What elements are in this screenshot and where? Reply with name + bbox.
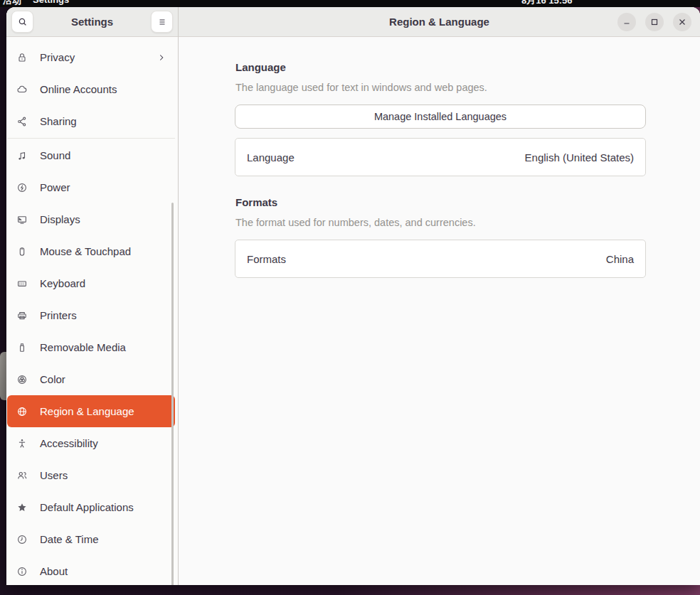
sidebar-separator (7, 138, 175, 139)
sidebar-item-label: Privacy (40, 51, 75, 63)
sidebar-item-label: Displays (40, 213, 80, 225)
chevron-right-icon (157, 53, 166, 63)
main-pane: Region & Language (179, 7, 700, 585)
search-icon (17, 16, 28, 28)
background-window-sliver (0, 352, 6, 400)
cloud-icon (16, 84, 28, 95)
sidebar-item-label: Mouse & Touchpad (40, 245, 131, 257)
mouse-icon (16, 246, 28, 257)
sidebar-item-label: Default Applications (40, 501, 134, 513)
window-controls (617, 7, 691, 37)
formats-section-title: Formats (235, 196, 646, 208)
minimize-icon (621, 16, 632, 28)
sidebar-item-region-language[interactable]: Region & Language (7, 395, 175, 427)
music-note-icon (16, 150, 28, 161)
sidebar-item-label: Printers (40, 309, 77, 321)
sidebar-title: Settings (33, 16, 151, 28)
sidebar-item-label: Users (40, 469, 68, 481)
color-wheel-icon (16, 374, 28, 385)
formats-section-description: The format used for numbers, dates, and … (235, 217, 646, 228)
sidebar-item-label: About (40, 565, 68, 577)
main-headerbar: Region & Language (179, 7, 700, 37)
sidebar-item-label: Sound (40, 149, 70, 161)
sidebar-item-label: Keyboard (40, 277, 85, 289)
sidebar-item-label: Color (40, 373, 65, 385)
hamburger-menu-icon (157, 16, 168, 28)
sidebar-item-online-accounts[interactable]: Online Accounts (7, 73, 175, 105)
sidebar-item-printers[interactable]: Printers (7, 299, 175, 331)
maximize-icon (649, 16, 660, 28)
manage-installed-languages-button[interactable]: Manage Installed Languages (235, 104, 646, 129)
share-icon (16, 116, 28, 127)
language-row[interactable]: Language English (United States) (235, 138, 646, 176)
sidebar-item-keyboard[interactable]: Keyboard (7, 267, 175, 299)
language-row-value: English (United States) (525, 151, 634, 164)
sidebar-item-power[interactable]: Power (7, 171, 175, 203)
formats-section: Formats The format used for numbers, dat… (235, 196, 646, 278)
shell-top-bar: 活动 Settings 8月16 15:56 (0, 0, 700, 7)
sidebar-item-label: Online Accounts (40, 83, 117, 95)
keyboard-icon (16, 278, 28, 289)
sidebar-item-mouse-touchpad[interactable]: Mouse & Touchpad (7, 235, 175, 267)
topbar-app-name[interactable]: Settings (33, 0, 69, 5)
close-button[interactable] (673, 13, 691, 31)
sidebar-item-privacy[interactable]: Privacy (7, 41, 175, 73)
sidebar-item-accessibility[interactable]: Accessibility (7, 427, 175, 459)
display-icon (16, 214, 28, 225)
power-icon (16, 182, 28, 193)
formats-row-value: China (606, 253, 634, 265)
topbar-clock[interactable]: 8月16 15:56 (521, 0, 573, 7)
sidebar-item-label: Sharing (40, 115, 77, 127)
language-section-title: Language (235, 61, 646, 73)
sidebar-item-displays[interactable]: Displays (7, 203, 175, 235)
formats-row-label: Formats (247, 253, 286, 265)
sidebar-item-default-applications[interactable]: Default Applications (7, 491, 175, 523)
page-title: Region & Language (389, 16, 489, 28)
sidebar-list: Privacy Online Accounts (6, 37, 178, 585)
close-icon (677, 16, 688, 28)
sidebar-item-label: Power (40, 181, 70, 193)
activities-button[interactable]: 活动 (3, 0, 21, 7)
sidebar-item-label: Removable Media (40, 341, 126, 353)
accessibility-icon (16, 438, 28, 449)
sidebar-item-label: Date & Time (40, 533, 99, 545)
users-icon (16, 470, 28, 481)
clock-icon (16, 534, 28, 545)
language-section-description: The language used for text in windows an… (235, 82, 646, 93)
maximize-button[interactable] (645, 13, 664, 31)
printer-icon (16, 310, 28, 321)
sidebar-item-label: Accessibility (40, 437, 98, 449)
minimize-button[interactable] (617, 13, 636, 31)
page-content: Language The language used for text in w… (179, 37, 700, 585)
primary-menu-button[interactable] (151, 11, 173, 33)
language-section: Language The language used for text in w… (235, 61, 646, 176)
sidebar-item-color[interactable]: Color (7, 363, 175, 395)
star-icon (16, 502, 28, 513)
sidebar-item-users[interactable]: Users (7, 459, 175, 491)
sidebar-item-label: Region & Language (40, 405, 134, 417)
sidebar-item-sharing[interactable]: Sharing (7, 105, 175, 137)
sidebar: Settings Privacy (6, 7, 179, 585)
usb-drive-icon (16, 342, 28, 353)
sidebar-scrollbar[interactable] (171, 203, 174, 585)
formats-row[interactable]: Formats China (235, 240, 646, 278)
sidebar-item-about[interactable]: About (7, 555, 175, 585)
globe-icon (16, 406, 28, 417)
sidebar-item-removable-media[interactable]: Removable Media (7, 331, 175, 363)
search-button[interactable] (11, 11, 33, 33)
sidebar-item-date-time[interactable]: Date & Time (7, 523, 175, 555)
sidebar-headerbar: Settings (6, 7, 178, 37)
info-icon (16, 566, 28, 577)
sidebar-item-sound[interactable]: Sound (7, 139, 175, 171)
lock-icon (16, 52, 28, 63)
language-row-label: Language (247, 151, 295, 164)
settings-window: Settings Privacy (6, 7, 700, 585)
